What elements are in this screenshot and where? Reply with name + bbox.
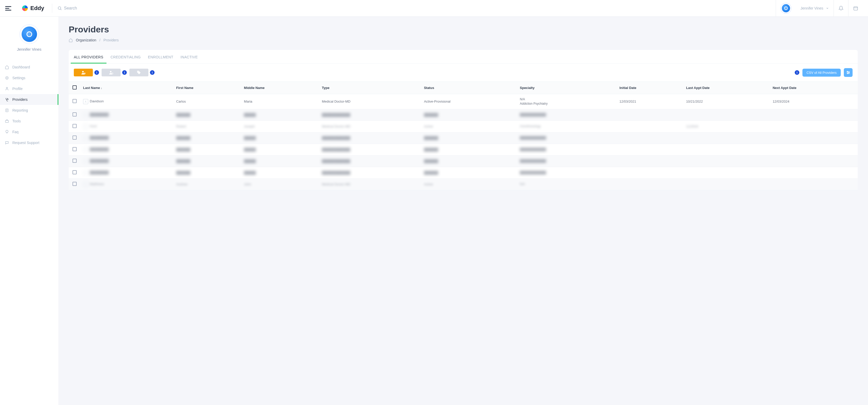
breadcrumb-current: Providers — [103, 38, 119, 42]
svg-point-0 — [58, 7, 61, 9]
verify-provider-button[interactable] — [101, 69, 121, 76]
add-provider-button[interactable] — [74, 69, 93, 76]
chat-icon — [5, 141, 9, 145]
nav-item-providers[interactable]: Providers — [0, 94, 58, 105]
table-row[interactable]: ████████ ██████ █████ ████████████ █████… — [69, 132, 858, 144]
table-row[interactable]: ████████ ██████ █████ ████████████ █████… — [69, 109, 858, 121]
tab-enrollment[interactable]: ENROLLMENT — [148, 55, 173, 63]
svg-point-22 — [85, 126, 86, 126]
calendar-icon — [853, 6, 858, 11]
tab-inactive[interactable]: INACTIVE — [181, 55, 198, 63]
info-icon[interactable]: i — [122, 70, 127, 75]
calendar-button[interactable] — [848, 0, 863, 17]
header-divider — [52, 4, 52, 13]
table-row[interactable]: ████████ ██████ █████ ████████████ █████… — [69, 155, 858, 167]
sidebar-profile: Jennifer Vines — [0, 22, 58, 57]
table-row[interactable]: Davidson Carlos Maria Medical Doctor-MD … — [69, 94, 858, 109]
provider-view-icon[interactable] — [83, 182, 88, 187]
logo-mark-icon — [22, 5, 28, 11]
notifications-button[interactable] — [834, 0, 848, 17]
header-avatar[interactable] — [780, 3, 792, 13]
search-wrap — [57, 6, 776, 10]
menu-toggle-button[interactable] — [5, 6, 11, 11]
svg-rect-2 — [854, 7, 858, 10]
tab-credentialing[interactable]: CREDENTIALING — [111, 55, 141, 63]
svg-point-18 — [849, 72, 849, 73]
top-header: Eddy Jennifer Vines — [0, 0, 868, 17]
table-row[interactable]: ████████ ██████ █████ ████████████ █████… — [69, 167, 858, 179]
tab-all-providers[interactable]: ALL PROVIDERS — [74, 55, 103, 63]
provider-view-icon[interactable] — [83, 113, 88, 118]
providers-panel: ALL PROVIDERS CREDENTIALING ENROLLMENT I… — [69, 50, 858, 190]
nav-item-tools[interactable]: Tools — [0, 116, 58, 126]
chevron-down-icon — [826, 7, 829, 10]
sidebar: Jennifer Vines Dashboard Settings Profil… — [0, 17, 58, 405]
svg-point-11 — [110, 71, 112, 72]
search-input[interactable] — [64, 6, 167, 10]
col-last-appt[interactable]: Last Appt Date — [684, 82, 770, 94]
row-checkbox[interactable] — [72, 99, 76, 103]
breadcrumb-organization[interactable]: Organization — [76, 38, 96, 42]
provider-view-icon[interactable] — [83, 159, 88, 164]
provider-view-icon[interactable] — [83, 135, 88, 141]
svg-point-6 — [8, 99, 8, 99]
svg-point-23 — [85, 137, 86, 138]
home-icon — [69, 38, 73, 42]
nav-item-settings[interactable]: Settings — [0, 72, 58, 83]
tabs: ALL PROVIDERS CREDENTIALING ENROLLMENT I… — [69, 50, 858, 64]
table-row[interactable]: Hunt Robert Joseph Medical Doctor-MD Act… — [69, 121, 858, 132]
provider-view-icon[interactable] — [83, 147, 88, 152]
row-checkbox[interactable] — [72, 182, 76, 186]
svg-rect-8 — [5, 120, 8, 122]
main-content: Providers Organization / Providers ALL P… — [58, 17, 868, 405]
col-specialty[interactable]: Specialty — [517, 82, 617, 94]
user-check-icon — [108, 70, 114, 75]
target-icon — [5, 75, 9, 80]
user-name-label: Jennifer Vines — [801, 6, 823, 10]
nav-item-profile[interactable]: Profile — [0, 83, 58, 94]
svg-point-19 — [847, 73, 848, 74]
row-checkbox[interactable] — [72, 147, 76, 151]
tag-button[interactable] — [129, 69, 148, 76]
sidebar-nav: Dashboard Settings Profile Providers Rep… — [0, 62, 58, 148]
provider-view-icon[interactable] — [83, 99, 88, 104]
nav-item-dashboard[interactable]: Dashboard — [0, 62, 58, 72]
table-row[interactable]: Matthews Andrew John Medical Doctor-MD A… — [69, 179, 858, 190]
svg-point-20 — [85, 101, 86, 101]
provider-view-icon[interactable] — [83, 124, 88, 129]
select-all-checkbox[interactable] — [72, 85, 76, 90]
info-icon[interactable]: i — [150, 70, 155, 75]
svg-point-26 — [85, 172, 86, 173]
info-icon[interactable]: i — [795, 70, 799, 75]
nav-item-faq[interactable]: Faq — [0, 126, 58, 137]
row-checkbox[interactable] — [72, 170, 76, 174]
row-checkbox[interactable] — [72, 135, 76, 139]
user-menu-button[interactable]: Jennifer Vines — [801, 6, 829, 10]
breadcrumb: Organization / Providers — [69, 38, 858, 42]
logo-text: Eddy — [30, 5, 44, 11]
lightbulb-icon — [5, 130, 9, 134]
sidebar-avatar[interactable] — [20, 25, 39, 44]
info-icon[interactable]: i — [94, 70, 99, 75]
row-checkbox[interactable] — [72, 124, 76, 128]
table-row[interactable]: ████████ ██████ █████ ████████████ █████… — [69, 144, 858, 155]
filter-button[interactable] — [844, 68, 852, 77]
col-initial-date[interactable]: Initial Date — [617, 82, 683, 94]
provider-view-icon[interactable] — [83, 170, 88, 175]
svg-point-21 — [85, 114, 86, 115]
svg-point-5 — [6, 87, 7, 89]
col-last-name[interactable]: Last Name↓ — [81, 82, 174, 94]
col-next-appt[interactable]: Next Appt Date — [770, 82, 858, 94]
col-status[interactable]: Status — [421, 82, 517, 94]
row-checkbox[interactable] — [72, 113, 76, 117]
col-middle-name[interactable]: Middle Name — [242, 82, 319, 94]
user-icon — [5, 86, 9, 91]
sidebar-profile-name: Jennifer Vines — [0, 47, 58, 52]
nav-item-request-support[interactable]: Request Support — [0, 137, 58, 148]
col-first-name[interactable]: First Name — [174, 82, 242, 94]
row-checkbox[interactable] — [72, 159, 76, 163]
nav-item-reporting[interactable]: Reporting — [0, 105, 58, 116]
csv-export-button[interactable]: CSV of All Providers — [802, 69, 841, 76]
col-type[interactable]: Type — [319, 82, 422, 94]
app-logo[interactable]: Eddy — [22, 5, 44, 11]
